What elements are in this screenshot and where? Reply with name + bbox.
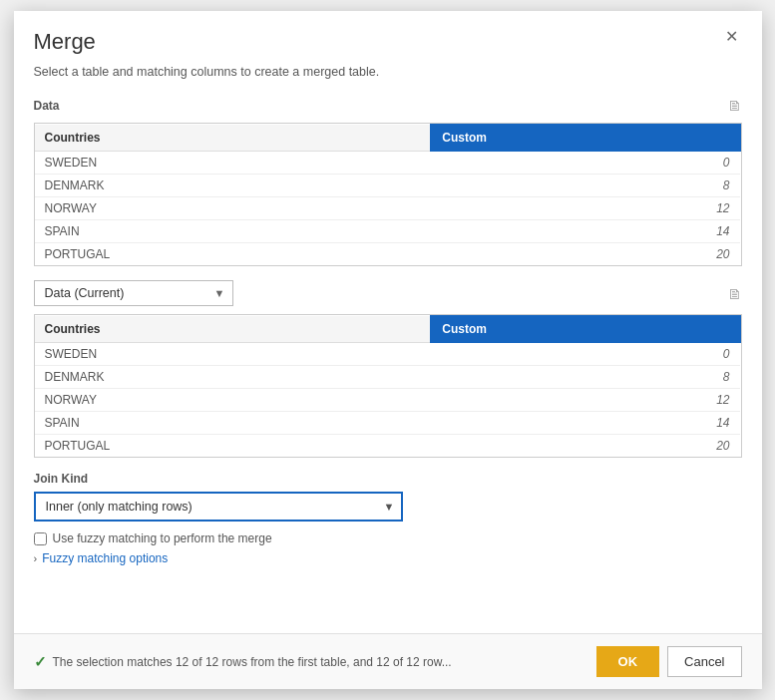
bottom-table-wrapper: Countries Custom SWEDEN0DENMARK8NORWAY12… [34, 314, 742, 458]
ok-button[interactable]: OK [596, 646, 660, 677]
join-kind-section: Join Kind Inner (only matching rows)Left… [34, 472, 742, 522]
fuzzy-options-row[interactable]: › Fuzzy matching options [34, 549, 742, 567]
table-row: DENMARK8 [35, 175, 740, 197]
value-cell: 8 [431, 175, 739, 197]
dialog-title: Merge [34, 29, 96, 55]
value-cell: 12 [431, 197, 739, 220]
chevron-right-icon: › [34, 552, 38, 564]
close-button[interactable]: ✕ [721, 29, 742, 45]
country-cell: NORWAY [35, 197, 432, 220]
bottom-col-custom[interactable]: Custom [431, 316, 739, 342]
dialog-header: Merge ✕ [14, 11, 762, 61]
country-cell: PORTUGAL [35, 243, 432, 266]
table-row: NORWAY12 [35, 389, 740, 412]
country-cell: DENMARK [35, 366, 432, 389]
table-row: SPAIN14 [35, 220, 740, 243]
dialog-footer: ✓ The selection matches 12 of 12 rows fr… [14, 633, 762, 689]
value-cell: 14 [431, 220, 739, 243]
top-table-body: SWEDEN0DENMARK8NORWAY12SPAIN14PORTUGAL20 [35, 151, 740, 265]
country-cell: SWEDEN [35, 342, 432, 366]
fuzzy-options-label: Fuzzy matching options [42, 551, 168, 565]
dialog-body: Data 🗎 Countries Custom SWEDEN0DENMARK8N… [14, 91, 762, 633]
footer-buttons: OK Cancel [596, 646, 742, 677]
table-row: PORTUGAL20 [35, 435, 740, 458]
country-cell: SPAIN [35, 220, 432, 243]
bottom-dropdown-row: Data (Current)Data ▼ 🗎 [34, 280, 742, 306]
value-cell: 20 [431, 243, 739, 266]
status-text: The selection matches 12 of 12 rows from… [53, 655, 452, 669]
value-cell: 14 [431, 412, 739, 435]
status-row: ✓ The selection matches 12 of 12 rows fr… [34, 653, 596, 671]
country-cell: NORWAY [35, 389, 432, 412]
join-kind-label: Join Kind [34, 472, 742, 486]
country-cell: SPAIN [35, 412, 432, 435]
country-cell: PORTUGAL [35, 435, 432, 458]
top-col-custom[interactable]: Custom [431, 125, 739, 151]
value-cell: 20 [431, 435, 739, 458]
fuzzy-checkbox-label: Use fuzzy matching to perform the merge [53, 531, 272, 545]
bottom-col-countries[interactable]: Countries [35, 316, 432, 342]
table-select[interactable]: Data (Current)Data [34, 280, 233, 306]
top-info-icon[interactable]: 🗎 [727, 97, 742, 114]
dialog-subtitle: Select a table and matching columns to c… [14, 61, 762, 91]
cancel-button[interactable]: Cancel [667, 646, 741, 677]
check-icon: ✓ [34, 653, 47, 671]
table-row: DENMARK8 [35, 366, 740, 389]
country-cell: SWEDEN [35, 151, 432, 175]
table-row: NORWAY12 [35, 197, 740, 220]
table-row: PORTUGAL20 [35, 243, 740, 266]
value-cell: 12 [431, 389, 739, 412]
value-cell: 0 [431, 342, 739, 366]
top-section-label: Data [34, 99, 60, 113]
join-dropdown-wrapper: Inner (only matching rows)Left Outer (al… [34, 492, 403, 522]
fuzzy-checkbox-row: Use fuzzy matching to perform the merge [34, 531, 742, 545]
top-table-wrapper: Countries Custom SWEDEN0DENMARK8NORWAY12… [34, 123, 742, 266]
top-table: Countries Custom SWEDEN0DENMARK8NORWAY12… [35, 124, 741, 265]
merge-dialog: Merge ✕ Select a table and matching colu… [14, 11, 762, 689]
value-cell: 0 [431, 151, 739, 175]
country-cell: DENMARK [35, 175, 432, 197]
bottom-table: Countries Custom SWEDEN0DENMARK8NORWAY12… [35, 315, 741, 457]
table-row: SWEDEN0 [35, 151, 740, 175]
join-kind-select[interactable]: Inner (only matching rows)Left Outer (al… [34, 492, 403, 522]
bottom-table-body: SWEDEN0DENMARK8NORWAY12SPAIN14PORTUGAL20 [35, 342, 740, 457]
top-table-header-row: Countries Custom [35, 125, 740, 151]
top-col-countries[interactable]: Countries [35, 125, 432, 151]
top-section-row: Data 🗎 [34, 91, 742, 119]
table-row: SPAIN14 [35, 412, 740, 435]
bottom-dropdown-wrapper: Data (Current)Data ▼ [34, 280, 233, 306]
value-cell: 8 [431, 366, 739, 389]
table-row: SWEDEN0 [35, 342, 740, 366]
fuzzy-checkbox[interactable] [34, 532, 47, 545]
bottom-info-icon[interactable]: 🗎 [727, 285, 742, 302]
bottom-table-header-row: Countries Custom [35, 316, 740, 342]
